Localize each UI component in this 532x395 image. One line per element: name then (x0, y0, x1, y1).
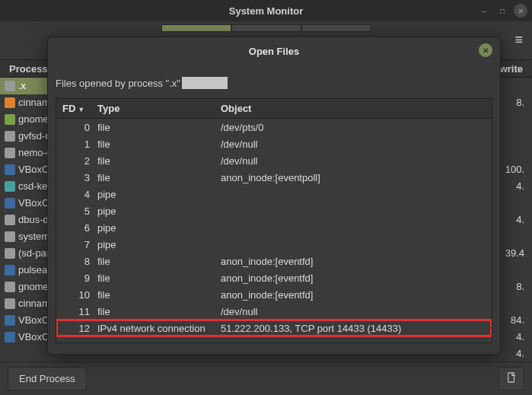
process-row[interactable]: VBoxC (0, 195, 47, 212)
table-row[interactable]: 9fileanon_inode:[eventfd] (56, 269, 492, 286)
disk-write-value (500, 128, 532, 145)
process-row[interactable]: gvfsd-r (0, 128, 47, 145)
process-row[interactable]: .x (0, 78, 47, 94)
dialog-description-text: Files opened by process ".x" (56, 78, 180, 89)
process-row[interactable]: dbus-d (0, 212, 47, 228)
sort-desc-icon: ▼ (78, 106, 84, 113)
main-titlebar: System Monitor – □ ✕ (0, 0, 532, 21)
cell-type: pipe (97, 222, 221, 234)
process-row[interactable]: pulseа (0, 262, 47, 279)
svg-rect-0 (508, 373, 514, 382)
cell-type: file (97, 155, 221, 167)
menu-icon[interactable]: ≡ (514, 32, 523, 48)
grid-icon (5, 181, 15, 192)
table-row[interactable]: 6pipe (56, 219, 492, 236)
table-row[interactable]: 0file/dev/pts/0 (56, 119, 492, 135)
table-row[interactable]: 7pipe (56, 236, 492, 253)
table-row[interactable]: 5pipe (56, 202, 492, 219)
table-row[interactable]: 1file/dev/null (56, 135, 492, 152)
tab-filesystems[interactable] (301, 24, 371, 32)
process-row[interactable]: cinnam (0, 295, 47, 312)
process-row[interactable]: gnome (0, 111, 47, 128)
process-row[interactable]: system (0, 228, 47, 245)
cell-fd: 4 (62, 189, 97, 200)
cell-object: /dev/pts/0 (221, 122, 492, 133)
disk-write-value: 4. (500, 178, 532, 195)
close-button[interactable]: ✕ (514, 4, 527, 18)
dialog-close-button[interactable]: ✕ (479, 43, 492, 57)
table-row[interactable]: 10fileanon_inode:[eventfd] (56, 286, 492, 303)
process-name: (sd-par (18, 247, 47, 259)
process-row[interactable]: (sd-par (0, 245, 47, 262)
cell-type: file (97, 122, 221, 133)
process-name: gnome (18, 281, 47, 292)
cell-type: IPv4 network connection (97, 323, 221, 334)
cell-fd: 8 (62, 256, 97, 267)
process-name: system (18, 231, 47, 242)
process-name: cinnam (18, 97, 47, 108)
cell-type: pipe (97, 205, 221, 217)
process-name: nemo-c (18, 147, 47, 158)
cell-type: pipe (97, 189, 221, 200)
process-list: .xcinnamgnomegvfsd-rnemo-cVBoxCcsd-keyVB… (0, 78, 47, 346)
dialog-title: Open Files (249, 46, 299, 57)
files-table-body[interactable]: 0file/dev/pts/01file/dev/null2file/dev/n… (56, 118, 492, 343)
table-row[interactable]: 2file/dev/null (56, 152, 492, 169)
disk-write-value (500, 78, 532, 94)
properties-button[interactable] (499, 367, 524, 390)
cell-type: file (97, 139, 221, 150)
blue-icon (5, 198, 15, 209)
col-object[interactable]: Object (221, 103, 492, 114)
process-name: VBoxC (18, 331, 47, 342)
cell-object: /dev/null (221, 139, 492, 150)
disk-write-value: 84. (500, 312, 532, 329)
process-name: gnome (18, 113, 47, 125)
gear-icon (5, 148, 15, 158)
table-row[interactable]: 12IPv4 network connection51.222.200.133,… (56, 320, 492, 336)
process-row[interactable]: csd-key (0, 178, 47, 195)
document-icon (506, 372, 517, 383)
process-row[interactable]: VBoxC (0, 161, 47, 178)
cell-type: pipe (97, 239, 221, 250)
table-row[interactable]: 4pipe (56, 186, 492, 202)
blue-icon (5, 332, 15, 342)
tab-resources[interactable] (231, 24, 301, 32)
cell-type: file (97, 172, 221, 183)
tab-processes[interactable] (161, 24, 231, 32)
files-table-header: FD▼ Type Object (56, 98, 492, 118)
disk-write-value (500, 111, 532, 128)
gear-icon (5, 81, 15, 91)
disk-write-column: 8.100.4.4.39.48.84.4.4. (500, 78, 532, 362)
cell-fd: 1 (62, 139, 97, 150)
end-process-button[interactable]: End Process (8, 367, 87, 390)
blue-icon (5, 315, 15, 326)
process-name: .x (18, 80, 26, 91)
disk-write-value: 100. (500, 161, 532, 178)
cell-fd: 9 (62, 272, 97, 284)
cell-object: anon_inode:[eventpoll] (221, 172, 492, 183)
cell-object: anon_inode:[eventfd] (221, 289, 492, 301)
cell-fd: 0 (62, 122, 97, 133)
process-name: VBoxC (18, 164, 47, 175)
process-row[interactable]: nemo-c (0, 145, 47, 161)
disk-write-value: 4. (500, 212, 532, 228)
col-type[interactable]: Type (97, 103, 221, 114)
dialog-header: Open Files ✕ (48, 37, 500, 65)
process-name: dbus-d (18, 214, 47, 225)
table-row[interactable]: 8fileanon_inode:[eventfd] (56, 253, 492, 269)
table-row[interactable]: 3fileanon_inode:[eventpoll] (56, 169, 492, 186)
cell-type: file (97, 256, 221, 267)
open-files-dialog: Open Files ✕ Files opened by process ".x… (47, 37, 501, 355)
gear-icon (5, 282, 15, 292)
process-row[interactable]: gnome (0, 279, 47, 295)
process-row[interactable]: cinnam (0, 94, 47, 111)
cell-fd: 5 (62, 205, 97, 217)
col-fd[interactable]: FD▼ (62, 103, 97, 114)
process-row[interactable]: VBoxC (0, 329, 47, 346)
process-row[interactable]: VBoxC (0, 312, 47, 329)
maximize-button[interactable]: □ (495, 4, 509, 18)
table-row[interactable]: 11file/dev/null (56, 303, 492, 320)
window-controls: – □ ✕ (477, 4, 527, 18)
minimize-button[interactable]: – (477, 4, 491, 18)
orange-icon (5, 97, 15, 108)
